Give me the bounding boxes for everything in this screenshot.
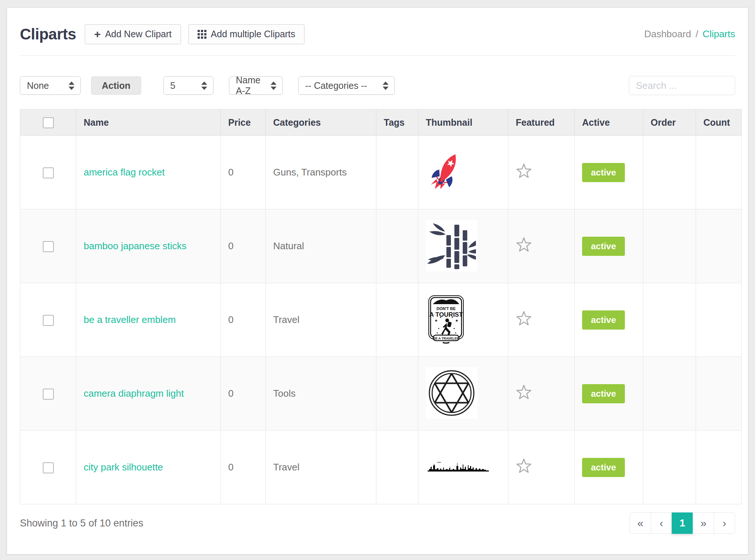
entries-summary: Showing 1 to 5 of 10 entries	[20, 518, 143, 529]
price-cell: 0	[221, 283, 266, 357]
select-stepper-icon	[383, 81, 389, 90]
select-stepper-icon	[69, 81, 74, 90]
price-cell: 0	[221, 357, 266, 431]
table-row: be a traveller emblem 0 Travel DON'T BE	[20, 283, 742, 357]
pagination: « ‹ 1 » ›	[630, 512, 735, 534]
count-cell	[696, 209, 742, 283]
svg-text:DON'T BE: DON'T BE	[436, 306, 456, 311]
pagination-prev-button[interactable]: ‹	[651, 512, 672, 534]
breadcrumb-dashboard-link[interactable]: Dashboard	[644, 28, 691, 40]
active-status-badge[interactable]: active	[582, 310, 625, 330]
categories-cell: Tools	[266, 357, 376, 431]
bamboo-thumbnail	[426, 220, 477, 271]
rocket-thumbnail	[426, 148, 466, 196]
breadcrumb: Dashboard / Cliparts	[644, 28, 735, 40]
per-page-select-value: 5	[170, 80, 175, 91]
column-header-categories: Categories	[266, 109, 376, 136]
active-status-badge[interactable]: active	[582, 163, 625, 182]
bulk-action-select-value: None	[27, 80, 49, 91]
tags-cell	[376, 357, 418, 431]
table-row: camera diaphragm light 0 Tools	[20, 357, 742, 431]
column-header-count: Count	[696, 109, 742, 136]
featured-star-icon[interactable]	[516, 458, 532, 474]
tags-cell	[376, 431, 418, 504]
featured-star-icon[interactable]	[516, 237, 532, 253]
column-header-order: Order	[643, 109, 696, 136]
column-header-price: Price	[221, 109, 266, 136]
add-multiple-cliparts-button[interactable]: Add multiple Cliparts	[188, 24, 305, 44]
column-header-name: Name	[76, 109, 221, 136]
add-new-clipart-button[interactable]: + Add New Clipart	[85, 24, 181, 44]
price-cell: 0	[221, 431, 266, 504]
svg-text:★: ★	[455, 319, 459, 323]
breadcrumb-separator: /	[696, 28, 698, 40]
tags-cell	[376, 283, 418, 357]
table-row: america flag rocket 0 Guns, Transports	[20, 136, 742, 209]
table-row: bamboo japanese sticks 0 Natural	[20, 209, 742, 283]
grid-icon	[198, 30, 206, 39]
order-cell	[643, 209, 696, 283]
column-header-tags: Tags	[376, 109, 418, 136]
category-filter-value: -- Categories --	[305, 80, 367, 91]
count-cell	[696, 357, 742, 431]
clipart-name-link[interactable]: america flag rocket	[84, 167, 165, 178]
order-cell	[643, 357, 696, 431]
tags-cell	[376, 136, 418, 209]
active-status-badge[interactable]: active	[582, 384, 625, 403]
camera-aperture-thumbnail	[426, 367, 477, 419]
featured-star-icon[interactable]	[516, 385, 532, 400]
count-cell	[696, 283, 742, 357]
order-cell	[643, 283, 696, 357]
column-header-thumbnail: Thumbnail	[418, 109, 508, 136]
pagination-page-1-button[interactable]: 1	[672, 512, 693, 534]
svg-text:A TOURIST: A TOURIST	[429, 311, 463, 318]
svg-text:★: ★	[435, 319, 438, 323]
category-filter-select[interactable]: -- Categories --	[298, 76, 395, 95]
toolbar: None Action 5 Name A-Z -- Categories --	[20, 76, 735, 95]
bulk-action-select[interactable]: None	[20, 76, 81, 95]
per-page-select[interactable]: 5	[163, 76, 213, 95]
order-cell	[643, 431, 696, 504]
svg-text:BE A TRAVELER: BE A TRAVELER	[433, 336, 459, 340]
table-header-row: Name Price Categories Tags Thumbnail Fea…	[20, 109, 742, 136]
select-stepper-icon	[271, 81, 276, 90]
clipart-name-link[interactable]: be a traveller emblem	[84, 314, 176, 325]
column-header-active: Active	[575, 109, 643, 136]
order-cell	[643, 136, 696, 209]
pagination-next-button[interactable]: ›	[714, 512, 735, 534]
row-checkbox[interactable]	[43, 315, 54, 326]
price-cell: 0	[221, 136, 266, 209]
row-checkbox[interactable]	[43, 167, 54, 178]
pagination-last-button[interactable]: »	[693, 512, 714, 534]
clipart-name-link[interactable]: camera diaphragm light	[84, 388, 184, 399]
table-footer: Showing 1 to 5 of 10 entries « ‹ 1 » ›	[20, 512, 735, 534]
count-cell	[696, 136, 742, 209]
row-checkbox[interactable]	[43, 462, 54, 473]
page-title: Cliparts	[20, 25, 76, 43]
select-all-checkbox[interactable]	[43, 117, 54, 128]
row-checkbox[interactable]	[43, 389, 54, 400]
column-header-featured: Featured	[508, 109, 575, 136]
price-cell: 0	[221, 209, 266, 283]
traveler-emblem-thumbnail: DON'T BE A TOURIST ★ ★	[426, 293, 466, 345]
sort-select[interactable]: Name A-Z	[229, 76, 283, 95]
featured-star-icon[interactable]	[516, 311, 532, 326]
page-header: Cliparts + Add New Clipart Add multiple …	[20, 8, 735, 56]
select-stepper-icon	[201, 81, 207, 90]
active-status-badge[interactable]: active	[582, 458, 625, 477]
categories-cell: Guns, Transports	[266, 136, 376, 209]
add-multiple-cliparts-label: Add multiple Cliparts	[211, 29, 295, 39]
categories-cell: Travel	[266, 283, 376, 357]
add-new-clipart-label: Add New Clipart	[105, 29, 172, 39]
pagination-first-button[interactable]: «	[630, 512, 651, 534]
categories-cell: Natural	[266, 209, 376, 283]
city-skyline-thumbnail	[426, 458, 491, 476]
clipart-name-link[interactable]: city park silhouette	[84, 462, 163, 473]
search-input[interactable]	[629, 76, 735, 95]
cliparts-admin-panel: Cliparts + Add New Clipart Add multiple …	[7, 7, 748, 554]
clipart-name-link[interactable]: bamboo japanese sticks	[84, 240, 187, 251]
active-status-badge[interactable]: active	[582, 237, 625, 256]
action-button[interactable]: Action	[91, 76, 141, 95]
row-checkbox[interactable]	[43, 241, 54, 252]
featured-star-icon[interactable]	[516, 163, 532, 179]
